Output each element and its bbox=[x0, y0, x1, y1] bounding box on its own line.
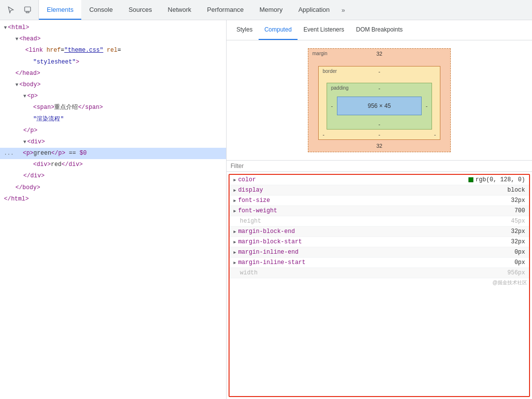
html-line-p: ▼<p> bbox=[0, 91, 226, 102]
border-label: border bbox=[323, 68, 337, 74]
top-tab-bar: Elements Console Sources Network Perform… bbox=[0, 0, 532, 20]
html-line-div-close: </div> bbox=[0, 170, 226, 182]
prop-value: 956px bbox=[338, 269, 525, 276]
prop-name: width bbox=[240, 269, 338, 276]
computed-prop-row[interactable]: ▶ color rgb(0, 128, 0) bbox=[230, 175, 529, 185]
prop-name: display bbox=[238, 187, 336, 194]
triangle-p[interactable]: ▼ bbox=[23, 94, 26, 99]
prop-name: margin-block-start bbox=[238, 238, 336, 245]
prop-expand-icon[interactable]: ▶ bbox=[233, 250, 236, 255]
watermark: @掘金技术社区 bbox=[230, 278, 529, 287]
prop-value: 45px bbox=[338, 218, 525, 225]
computed-prop-row[interactable]: ▶ margin-inline-start 0px bbox=[230, 258, 529, 268]
filter-bar bbox=[227, 160, 532, 172]
tab-network[interactable]: Network bbox=[160, 0, 200, 20]
triangle-div[interactable]: ▼ bbox=[23, 139, 26, 145]
padding-bottom: - bbox=[327, 121, 432, 129]
tab-application[interactable]: Application bbox=[291, 0, 338, 20]
subtab-event-listeners[interactable]: Event Listeners bbox=[298, 20, 350, 40]
computed-prop-row[interactable]: width 956px bbox=[230, 268, 529, 278]
prop-name: font-size bbox=[238, 197, 336, 204]
subtab-styles[interactable]: Styles bbox=[231, 20, 259, 40]
toolbar-icons bbox=[0, 0, 39, 20]
computed-prop-row[interactable]: ▶ margin-inline-end 0px bbox=[230, 247, 529, 258]
computed-prop-row[interactable]: height 45px bbox=[230, 216, 529, 227]
html-line-p-green[interactable]: ... <p>green</p> == $0 bbox=[0, 148, 226, 159]
border-value: - bbox=[378, 68, 380, 74]
prop-value: 32px bbox=[336, 197, 525, 204]
border-right: - bbox=[434, 132, 436, 137]
tab-memory[interactable]: Memory bbox=[252, 0, 291, 20]
prop-value: block bbox=[336, 187, 525, 194]
html-line-stylesheet: "stylesheet"> bbox=[0, 57, 226, 68]
html-line-body-close: </body> bbox=[0, 182, 226, 194]
prop-name: color bbox=[238, 176, 336, 183]
subtab-computed[interactable]: Computed bbox=[259, 20, 298, 40]
box-padding: padding - - 956 × 45 - - bbox=[327, 83, 432, 130]
html-line-head: ▼<head> bbox=[0, 33, 226, 45]
tab-sources[interactable]: Sources bbox=[121, 0, 160, 20]
main-container: ▼<html> ▼<head> <link href="theme.css" r… bbox=[0, 20, 532, 399]
html-line-body: ▼<body> bbox=[0, 79, 226, 91]
margin-top-value: 32 bbox=[376, 51, 382, 57]
prop-name: margin-block-end bbox=[238, 228, 336, 235]
tab-performance[interactable]: Performance bbox=[199, 0, 251, 20]
computed-prop-row[interactable]: ▶ margin-block-start 32px bbox=[230, 237, 529, 247]
margin-bottom-value: 32 bbox=[308, 140, 450, 152]
prop-name: margin-inline-end bbox=[238, 249, 336, 256]
html-line-text: "渲染流程" bbox=[0, 114, 226, 125]
content-row: - 956 × 45 - bbox=[327, 97, 432, 115]
html-line-head-close: </head> bbox=[0, 68, 226, 79]
content-box: 956 × 45 bbox=[337, 97, 422, 115]
inspect-icon[interactable] bbox=[21, 3, 34, 17]
svg-rect-1 bbox=[26, 12, 29, 13]
computed-prop-row[interactable]: ▶ font-size 32px bbox=[230, 196, 529, 206]
html-line-link: <link href="theme.css" rel= bbox=[0, 45, 226, 56]
html-line-html: ▼<html> bbox=[0, 22, 226, 33]
html-line-html-close: </html> bbox=[0, 194, 226, 205]
html-line-span: <span>重点介绍</span> bbox=[0, 102, 226, 113]
computed-prop-row[interactable]: ▶ font-weight 700 bbox=[230, 206, 529, 216]
prop-expand-icon[interactable]: ▶ bbox=[233, 177, 236, 183]
tab-elements[interactable]: Elements bbox=[39, 0, 81, 20]
computed-prop-row[interactable]: ▶ display block bbox=[230, 185, 529, 196]
subtab-dom-breakpoints[interactable]: DOM Breakpoints bbox=[350, 20, 409, 40]
prop-name: font-weight bbox=[238, 207, 336, 214]
prop-value: 32px bbox=[336, 238, 525, 245]
padding-right: - bbox=[422, 103, 432, 109]
box-margin: margin 32 border - padding - bbox=[308, 48, 451, 152]
prop-name: margin-inline-start bbox=[238, 259, 336, 266]
prop-value: rgb(0, 128, 0) bbox=[336, 176, 525, 183]
prop-value: 0px bbox=[336, 259, 525, 266]
prop-expand-icon[interactable]: ▶ bbox=[233, 198, 236, 203]
box-model-container: margin 32 border - padding - bbox=[227, 40, 532, 160]
prop-name: height bbox=[240, 218, 338, 225]
prop-expand-icon[interactable]: ▶ bbox=[233, 208, 236, 214]
triangle-html[interactable]: ▼ bbox=[4, 25, 7, 31]
prop-value: 0px bbox=[336, 249, 525, 256]
prop-expand-icon[interactable]: ▶ bbox=[233, 260, 236, 266]
tab-console[interactable]: Console bbox=[81, 0, 121, 20]
triangle-body[interactable]: ▼ bbox=[15, 82, 18, 88]
box-border: border - padding - - bbox=[318, 66, 440, 140]
cursor-icon[interactable] bbox=[4, 3, 18, 17]
html-line-p-close: </p> bbox=[0, 125, 226, 136]
sub-tab-bar: Styles Computed Event Listeners DOM Brea… bbox=[227, 20, 532, 40]
html-line-div-red: <div>red</div> bbox=[0, 159, 226, 170]
computed-prop-row[interactable]: ▶ margin-block-end 32px bbox=[230, 227, 529, 237]
filter-input[interactable] bbox=[231, 163, 528, 169]
padding-top: - bbox=[378, 85, 380, 91]
svg-rect-0 bbox=[25, 7, 31, 11]
prop-expand-icon[interactable]: ▶ bbox=[233, 229, 236, 234]
margin-label: margin bbox=[312, 51, 328, 56]
padding-left: - bbox=[327, 103, 337, 109]
prop-value: 700 bbox=[336, 207, 525, 214]
padding-label: padding bbox=[331, 85, 349, 91]
prop-value: 32px bbox=[336, 228, 525, 235]
prop-expand-icon[interactable]: ▶ bbox=[233, 239, 236, 245]
computed-props-list: ▶ color rgb(0, 128, 0) ▶ display block ▶… bbox=[229, 174, 530, 397]
triangle-head[interactable]: ▼ bbox=[15, 36, 18, 42]
right-panel: Styles Computed Event Listeners DOM Brea… bbox=[227, 20, 532, 399]
more-tabs-button[interactable]: » bbox=[337, 0, 349, 20]
prop-expand-icon[interactable]: ▶ bbox=[233, 188, 236, 193]
